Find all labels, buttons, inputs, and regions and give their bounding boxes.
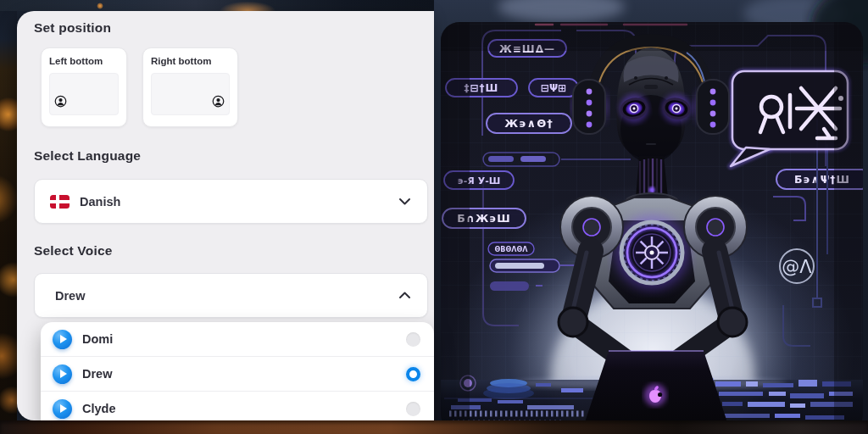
settings-panel: Set position Left bottom Right bottom Se… [17, 11, 434, 420]
monitor-scene: Ж≡ШΔ— ‡⊟†Ш ⊟Ψ⊞ Ж϶∧Θ† ϶-Я У-Ш Б∩Ж϶Ш ΘВΘΛΘ… [441, 22, 868, 434]
svg-text:Ж϶∧Θ†: Ж϶∧Θ† [504, 117, 553, 130]
voice-option-domi[interactable]: Domi [41, 322, 434, 357]
play-icon[interactable] [53, 330, 72, 349]
chest-emblem [615, 215, 689, 290]
voice-radio[interactable] [406, 332, 420, 347]
foreground-desk-edge [0, 420, 868, 434]
svg-text:⊟Ψ⊞: ⊟Ψ⊞ [541, 82, 566, 94]
position-preview-left [49, 73, 119, 115]
language-selected-value: Danish [80, 195, 120, 209]
language-select[interactable]: Danish [34, 179, 428, 224]
position-section-title: Set position [34, 20, 111, 36]
voice-section-title: Select Voice [34, 243, 113, 259]
voice-selected-value: Drew [55, 289, 85, 303]
denmark-flag-icon [50, 195, 70, 209]
robot-illustration-svg: Ж≡ШΔ— ‡⊟†Ш ⊟Ψ⊞ Ж϶∧Θ† ϶-Я У-Ш Б∩Ж϶Ш ΘВΘΛΘ… [434, 0, 868, 434]
play-icon[interactable] [53, 364, 72, 384]
avatar-icon [54, 95, 67, 111]
voice-radio[interactable] [406, 402, 420, 416]
voice-select[interactable]: Drew [34, 273, 428, 318]
background-left-strip [0, 0, 17, 434]
position-options: Left bottom Right bottom [41, 47, 238, 127]
svg-text:ΘВΘΛΘΛ: ΘВΘΛΘΛ [495, 246, 529, 253]
apple-logo [644, 384, 666, 406]
chevron-down-icon [398, 194, 412, 209]
voice-option-name: Domi [82, 332, 113, 346]
voice-options-dropdown: Domi Drew Clyde [41, 322, 434, 433]
chevron-up-icon [398, 288, 412, 303]
voice-radio[interactable] [406, 367, 420, 381]
position-option-left-bottom[interactable]: Left bottom [41, 47, 127, 127]
ear-cup-right [695, 80, 729, 134]
ear-cup-left [573, 80, 607, 134]
laptop [583, 351, 729, 427]
play-icon[interactable] [53, 399, 72, 419]
position-preview-right [151, 73, 230, 115]
position-option-label: Left bottom [49, 56, 119, 66]
avatar-icon [212, 95, 225, 111]
background-top-strip [0, 0, 434, 11]
position-option-label: Right bottom [151, 56, 230, 66]
position-option-right-bottom[interactable]: Right bottom [142, 47, 238, 127]
robot-illustration: Ж≡ШΔ— ‡⊟†Ш ⊟Ψ⊞ Ж϶∧Θ† ϶-Я У-Ш Б∩Ж϶Ш ΘВΘΛΘ… [434, 0, 868, 434]
voice-option-drew[interactable]: Drew [41, 357, 434, 392]
voice-option-name: Drew [82, 367, 112, 381]
language-section-title: Select Language [34, 148, 141, 164]
svg-text:@Λ: @Λ [782, 257, 812, 277]
voice-option-name: Clyde [82, 402, 116, 415]
